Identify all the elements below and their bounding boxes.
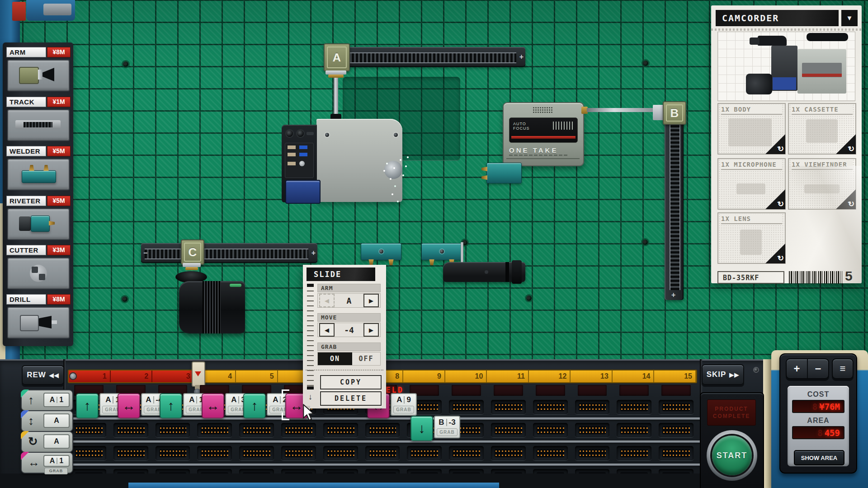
ruler-segment: 14 — [613, 371, 655, 382]
start-button[interactable]: START — [707, 430, 757, 481]
start-unit: PRODUCTCOMPLETE START — [700, 392, 764, 488]
left-right-arrow-icon: ↔ — [206, 399, 220, 413]
arm-b-badge[interactable]: B — [663, 101, 686, 125]
arm-value: A — [336, 296, 362, 305]
arm-section-label: ARM — [317, 284, 381, 292]
mic-mount — [512, 260, 522, 284]
speaker-grille — [533, 107, 553, 114]
part-cell-microphone[interactable]: 1X MICROPHONE ↻ — [717, 158, 786, 210]
part-label: 1X CASSETTE — [792, 105, 853, 115]
shop-item-welder[interactable]: WELDER ¥5M — [6, 146, 71, 191]
welder-block[interactable] — [361, 243, 401, 260]
rail-arm-b: + — [665, 121, 684, 300]
ruler-segment: 5 — [236, 371, 278, 382]
screw — [754, 368, 758, 372]
riveter-machine-icon — [7, 208, 70, 240]
part-cell-lens[interactable]: 1X LENS ↻ — [717, 212, 786, 264]
rail-arm-a: + — [340, 47, 525, 67]
shop-item-drill[interactable]: DRILL ¥8M — [6, 294, 71, 339]
arm-c-badge[interactable]: C — [181, 239, 204, 265]
palette-block-elevate[interactable]: ↕ A — [21, 410, 73, 432]
row-rail — [63, 441, 702, 443]
rail-end-plus: + — [519, 53, 524, 61]
palette-block-slide[interactable]: ↔ A1 GRAB — [21, 452, 73, 474]
camcorder-body-part[interactable] — [316, 119, 402, 202]
move-decrease-button[interactable]: ◀ — [319, 323, 335, 337]
part-cell-viewfinder[interactable]: 1X VIEWFINDER ↻ — [788, 158, 856, 210]
grab-off-option[interactable]: OFF — [352, 352, 380, 365]
zoom-out-button[interactable]: − — [808, 359, 828, 378]
shop-item-track[interactable]: TRACK ¥1M — [6, 97, 71, 142]
arm-b-letter: B — [666, 104, 683, 122]
knob — [297, 130, 304, 137]
peg-hole — [642, 239, 648, 245]
blueprint-panel: CAMCORDER ▼ 1X BODY ↻ 1X CASSETTE ↻ — [711, 5, 862, 283]
shop-item-price: ¥8M — [47, 47, 71, 57]
arm-c-collar — [183, 263, 201, 267]
machine-blue-strip — [128, 483, 499, 488]
knob — [286, 130, 293, 137]
collapse-panel-button[interactable]: ▼ — [841, 10, 858, 26]
selection-bracket — [282, 413, 289, 420]
rewind-button[interactable]: REW◀◀ — [22, 365, 64, 385]
timeline-block[interactable]: ↓ B-3GRAB — [410, 416, 460, 441]
arm-a-brass — [328, 75, 344, 78]
shop-item-arm[interactable]: ARM ¥8M — [6, 47, 71, 92]
up-down-arrow-icon: ↕ — [28, 414, 34, 427]
rail-end-minus: − — [143, 249, 147, 257]
down-arrow-icon: ↓ — [419, 422, 425, 435]
ruler-segment: 11 — [487, 371, 529, 382]
socket-row-2[interactable] — [68, 421, 697, 440]
skip-button[interactable]: SKIP▶▶ — [702, 364, 744, 385]
left-arrow-icon: ◀ — [325, 327, 329, 333]
peg-hole — [123, 61, 128, 67]
shop-item-riveter[interactable]: RIVETER ¥5M — [6, 196, 71, 241]
arm-a-letter: A — [327, 47, 347, 68]
shop-item-name: ARM — [6, 47, 46, 57]
welder-block[interactable] — [421, 243, 462, 260]
arm-next-button[interactable]: ▶ — [363, 294, 379, 307]
arm-a-collar — [326, 70, 346, 75]
playhead-triangle-icon — [195, 371, 201, 376]
zoom-rocker[interactable]: + − — [786, 358, 829, 379]
microphone-part[interactable] — [443, 262, 525, 282]
socket-row-3[interactable] — [68, 444, 697, 463]
zoom-in-button[interactable]: + — [787, 359, 808, 378]
move-increase-button[interactable]: ▶ — [363, 323, 379, 337]
copy-button[interactable]: COPY — [320, 375, 382, 389]
palette-block-lift[interactable]: ↑ A1 — [21, 389, 73, 411]
shop-item-price: ¥5M — [47, 196, 71, 206]
ruler-segment: 15 — [654, 371, 696, 382]
screw — [440, 249, 444, 253]
mouse-cursor — [302, 404, 316, 421]
playhead-marker[interactable] — [192, 361, 205, 387]
arm-b-rod — [587, 108, 655, 112]
lens-part[interactable] — [179, 281, 245, 333]
drill-machine-icon — [7, 307, 70, 338]
rail-arm-c: − + — [141, 243, 317, 263]
arm-prev-button[interactable]: ◀ — [319, 294, 335, 307]
mount-rod — [461, 242, 463, 262]
port — [307, 132, 314, 135]
part-cell-cassette[interactable]: 1X CASSETTE ↻ — [788, 103, 856, 155]
move-section-label: MOVE — [317, 313, 381, 322]
part-cell-body[interactable]: 1X BODY ↻ — [717, 103, 786, 155]
blueprint-title: CAMCORDER — [716, 10, 839, 26]
lens-indicator — [230, 284, 241, 287]
shop-item-cutter[interactable]: CUTTER ¥3M — [6, 245, 71, 290]
riveter-bit — [384, 161, 402, 179]
menu-button[interactable]: ≡ — [832, 358, 854, 379]
menu-icon: ≡ — [840, 363, 846, 375]
product-complete-display: PRODUCTCOMPLETE — [707, 399, 756, 426]
arm-a-badge[interactable]: A — [324, 43, 350, 71]
delete-button[interactable]: DELETE — [320, 391, 382, 406]
onetake-cassette-device[interactable]: AUTOFOCUS ONE TAKE — [503, 102, 584, 166]
onetake-brand-label: ONE TAKE — [509, 146, 558, 154]
welder-block-side[interactable] — [486, 163, 522, 183]
row-rail — [63, 464, 702, 466]
shop-item-name: WELDER — [6, 146, 46, 156]
show-area-button[interactable]: SHOW AREA — [794, 450, 844, 465]
ruler-segment: 3 — [152, 371, 194, 382]
grab-on-option[interactable]: ON — [318, 352, 352, 365]
palette-block-rotate[interactable]: ↻ A — [21, 431, 73, 453]
